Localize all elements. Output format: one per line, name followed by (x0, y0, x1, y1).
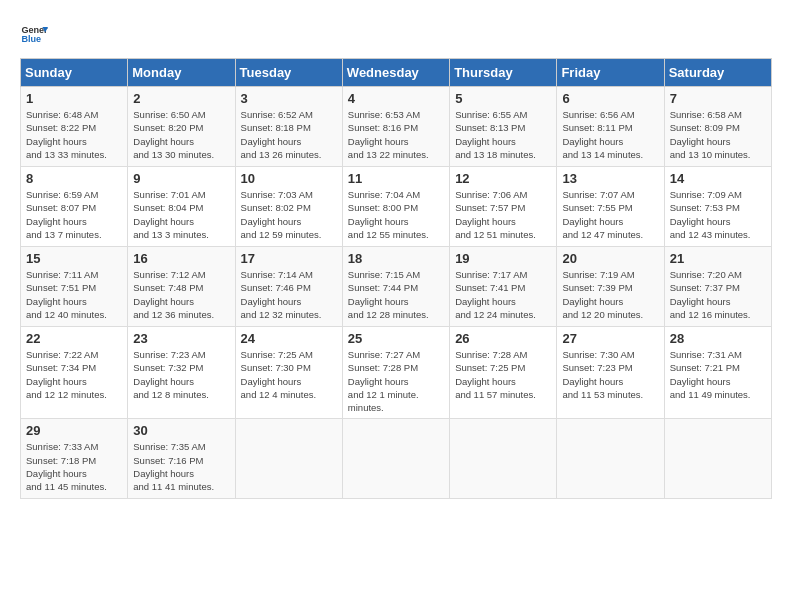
calendar-cell: 19 Sunrise: 7:17 AM Sunset: 7:41 PM Dayl… (450, 247, 557, 327)
calendar-cell: 18 Sunrise: 7:15 AM Sunset: 7:44 PM Dayl… (342, 247, 449, 327)
weekday-header-wednesday: Wednesday (342, 59, 449, 87)
calendar-week-row-4: 22 Sunrise: 7:22 AM Sunset: 7:34 PM Dayl… (21, 327, 772, 419)
day-number: 26 (455, 331, 551, 346)
calendar-cell: 22 Sunrise: 7:22 AM Sunset: 7:34 PM Dayl… (21, 327, 128, 419)
calendar-week-row-3: 15 Sunrise: 7:11 AM Sunset: 7:51 PM Dayl… (21, 247, 772, 327)
day-info: Sunrise: 7:09 AM Sunset: 7:53 PM Dayligh… (670, 188, 766, 241)
day-info: Sunrise: 6:59 AM Sunset: 8:07 PM Dayligh… (26, 188, 122, 241)
day-number: 29 (26, 423, 122, 438)
day-number: 28 (670, 331, 766, 346)
day-info: Sunrise: 6:56 AM Sunset: 8:11 PM Dayligh… (562, 108, 658, 161)
day-info: Sunrise: 7:01 AM Sunset: 8:04 PM Dayligh… (133, 188, 229, 241)
weekday-header-thursday: Thursday (450, 59, 557, 87)
day-number: 16 (133, 251, 229, 266)
day-info: Sunrise: 7:23 AM Sunset: 7:32 PM Dayligh… (133, 348, 229, 401)
day-number: 3 (241, 91, 337, 106)
calendar-cell: 23 Sunrise: 7:23 AM Sunset: 7:32 PM Dayl… (128, 327, 235, 419)
calendar-cell: 6 Sunrise: 6:56 AM Sunset: 8:11 PM Dayli… (557, 87, 664, 167)
day-number: 5 (455, 91, 551, 106)
day-info: Sunrise: 7:30 AM Sunset: 7:23 PM Dayligh… (562, 348, 658, 401)
svg-text:Blue: Blue (21, 34, 41, 44)
calendar-cell: 15 Sunrise: 7:11 AM Sunset: 7:51 PM Dayl… (21, 247, 128, 327)
weekday-header-monday: Monday (128, 59, 235, 87)
calendar-cell: 29 Sunrise: 7:33 AM Sunset: 7:18 PM Dayl… (21, 419, 128, 499)
day-number: 10 (241, 171, 337, 186)
calendar-cell (557, 419, 664, 499)
calendar-cell: 3 Sunrise: 6:52 AM Sunset: 8:18 PM Dayli… (235, 87, 342, 167)
day-number: 19 (455, 251, 551, 266)
calendar-cell (664, 419, 771, 499)
day-info: Sunrise: 7:28 AM Sunset: 7:25 PM Dayligh… (455, 348, 551, 401)
calendar-cell (342, 419, 449, 499)
day-info: Sunrise: 7:07 AM Sunset: 7:55 PM Dayligh… (562, 188, 658, 241)
day-info: Sunrise: 6:53 AM Sunset: 8:16 PM Dayligh… (348, 108, 444, 161)
weekday-header-friday: Friday (557, 59, 664, 87)
day-info: Sunrise: 7:17 AM Sunset: 7:41 PM Dayligh… (455, 268, 551, 321)
calendar-cell: 12 Sunrise: 7:06 AM Sunset: 7:57 PM Dayl… (450, 167, 557, 247)
day-info: Sunrise: 7:35 AM Sunset: 7:16 PM Dayligh… (133, 440, 229, 493)
calendar-cell: 17 Sunrise: 7:14 AM Sunset: 7:46 PM Dayl… (235, 247, 342, 327)
calendar-cell: 8 Sunrise: 6:59 AM Sunset: 8:07 PM Dayli… (21, 167, 128, 247)
day-info: Sunrise: 7:20 AM Sunset: 7:37 PM Dayligh… (670, 268, 766, 321)
calendar-cell: 7 Sunrise: 6:58 AM Sunset: 8:09 PM Dayli… (664, 87, 771, 167)
calendar-cell: 14 Sunrise: 7:09 AM Sunset: 7:53 PM Dayl… (664, 167, 771, 247)
weekday-header-saturday: Saturday (664, 59, 771, 87)
day-info: Sunrise: 7:06 AM Sunset: 7:57 PM Dayligh… (455, 188, 551, 241)
day-info: Sunrise: 7:03 AM Sunset: 8:02 PM Dayligh… (241, 188, 337, 241)
day-info: Sunrise: 7:19 AM Sunset: 7:39 PM Dayligh… (562, 268, 658, 321)
day-number: 12 (455, 171, 551, 186)
day-info: Sunrise: 6:50 AM Sunset: 8:20 PM Dayligh… (133, 108, 229, 161)
day-number: 9 (133, 171, 229, 186)
calendar-cell: 1 Sunrise: 6:48 AM Sunset: 8:22 PM Dayli… (21, 87, 128, 167)
day-number: 24 (241, 331, 337, 346)
calendar-week-row-2: 8 Sunrise: 6:59 AM Sunset: 8:07 PM Dayli… (21, 167, 772, 247)
day-number: 18 (348, 251, 444, 266)
logo: General Blue (20, 20, 48, 48)
day-info: Sunrise: 6:55 AM Sunset: 8:13 PM Dayligh… (455, 108, 551, 161)
calendar-week-row-5: 29 Sunrise: 7:33 AM Sunset: 7:18 PM Dayl… (21, 419, 772, 499)
calendar-cell (450, 419, 557, 499)
weekday-header-tuesday: Tuesday (235, 59, 342, 87)
day-number: 8 (26, 171, 122, 186)
day-number: 23 (133, 331, 229, 346)
calendar-cell: 24 Sunrise: 7:25 AM Sunset: 7:30 PM Dayl… (235, 327, 342, 419)
calendar-header-row: SundayMondayTuesdayWednesdayThursdayFrid… (21, 59, 772, 87)
calendar-cell: 5 Sunrise: 6:55 AM Sunset: 8:13 PM Dayli… (450, 87, 557, 167)
day-number: 4 (348, 91, 444, 106)
day-info: Sunrise: 6:58 AM Sunset: 8:09 PM Dayligh… (670, 108, 766, 161)
calendar-cell: 28 Sunrise: 7:31 AM Sunset: 7:21 PM Dayl… (664, 327, 771, 419)
calendar-cell: 20 Sunrise: 7:19 AM Sunset: 7:39 PM Dayl… (557, 247, 664, 327)
day-number: 6 (562, 91, 658, 106)
day-number: 17 (241, 251, 337, 266)
day-number: 2 (133, 91, 229, 106)
day-number: 11 (348, 171, 444, 186)
calendar-cell: 13 Sunrise: 7:07 AM Sunset: 7:55 PM Dayl… (557, 167, 664, 247)
day-number: 22 (26, 331, 122, 346)
calendar-cell: 4 Sunrise: 6:53 AM Sunset: 8:16 PM Dayli… (342, 87, 449, 167)
page-header: General Blue (20, 20, 772, 48)
day-number: 20 (562, 251, 658, 266)
calendar-cell: 25 Sunrise: 7:27 AM Sunset: 7:28 PM Dayl… (342, 327, 449, 419)
calendar-cell: 26 Sunrise: 7:28 AM Sunset: 7:25 PM Dayl… (450, 327, 557, 419)
calendar-cell: 9 Sunrise: 7:01 AM Sunset: 8:04 PM Dayli… (128, 167, 235, 247)
day-info: Sunrise: 6:48 AM Sunset: 8:22 PM Dayligh… (26, 108, 122, 161)
calendar-body: 1 Sunrise: 6:48 AM Sunset: 8:22 PM Dayli… (21, 87, 772, 499)
calendar-cell: 21 Sunrise: 7:20 AM Sunset: 7:37 PM Dayl… (664, 247, 771, 327)
logo-icon: General Blue (20, 20, 48, 48)
day-info: Sunrise: 7:33 AM Sunset: 7:18 PM Dayligh… (26, 440, 122, 493)
calendar-cell: 16 Sunrise: 7:12 AM Sunset: 7:48 PM Dayl… (128, 247, 235, 327)
day-number: 1 (26, 91, 122, 106)
day-info: Sunrise: 7:15 AM Sunset: 7:44 PM Dayligh… (348, 268, 444, 321)
day-number: 15 (26, 251, 122, 266)
day-info: Sunrise: 7:14 AM Sunset: 7:46 PM Dayligh… (241, 268, 337, 321)
day-info: Sunrise: 7:04 AM Sunset: 8:00 PM Dayligh… (348, 188, 444, 241)
day-number: 13 (562, 171, 658, 186)
day-number: 25 (348, 331, 444, 346)
day-number: 14 (670, 171, 766, 186)
day-info: Sunrise: 7:31 AM Sunset: 7:21 PM Dayligh… (670, 348, 766, 401)
day-info: Sunrise: 7:27 AM Sunset: 7:28 PM Dayligh… (348, 348, 444, 414)
calendar-cell: 30 Sunrise: 7:35 AM Sunset: 7:16 PM Dayl… (128, 419, 235, 499)
calendar-cell: 11 Sunrise: 7:04 AM Sunset: 8:00 PM Dayl… (342, 167, 449, 247)
calendar-cell: 2 Sunrise: 6:50 AM Sunset: 8:20 PM Dayli… (128, 87, 235, 167)
calendar-cell (235, 419, 342, 499)
